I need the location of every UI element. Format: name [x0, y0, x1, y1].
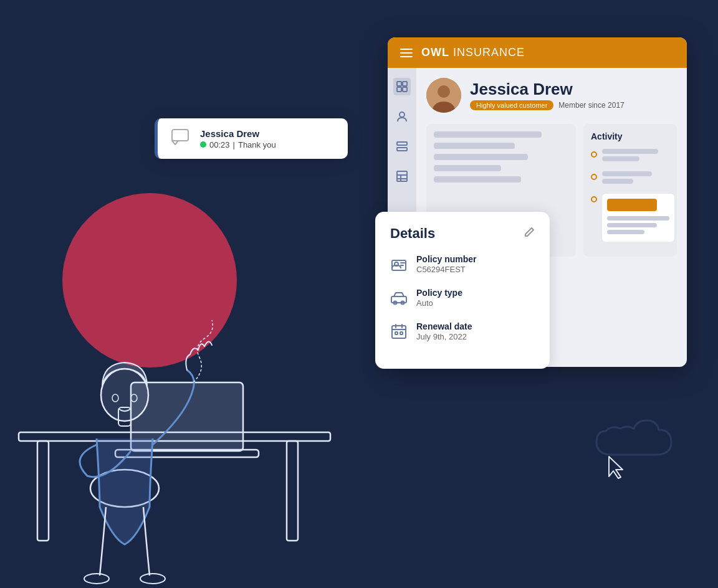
activity-line — [602, 156, 639, 161]
activity-line — [602, 149, 658, 154]
notification-name: Jessica Drew — [200, 128, 276, 139]
renewal-date-label: Renewal date — [416, 321, 472, 331]
notification-status: 00:23 | Thank you — [200, 140, 276, 149]
svg-rect-4 — [403, 87, 407, 92]
avatar-face — [426, 78, 461, 113]
svg-point-38 — [84, 574, 109, 584]
app-col-right: Activity — [583, 124, 677, 257]
details-row-policy-type: Policy type Auto — [390, 288, 535, 310]
svg-rect-8 — [397, 171, 407, 181]
renewal-date-content: Renewal date July 9th, 2022 — [416, 321, 472, 341]
svg-rect-29 — [37, 441, 49, 541]
app-title-normal: INSURANCE — [453, 46, 525, 59]
notification-message: Thank you — [238, 140, 276, 149]
activity-item-1 — [591, 149, 669, 164]
cloud-decoration — [568, 411, 681, 476]
activity-card-button — [607, 199, 657, 211]
app-header: OWL INSURANCE — [388, 37, 687, 68]
customer-info: Jessica Drew Highly valued customer Memb… — [470, 80, 625, 111]
svg-point-13 — [438, 85, 450, 98]
policy-type-value: Auto — [416, 298, 462, 308]
activity-lines-2 — [602, 171, 652, 186]
svg-rect-26 — [395, 332, 398, 334]
svg-rect-3 — [397, 87, 401, 92]
activity-circle-3 — [591, 196, 597, 202]
svg-rect-22 — [392, 326, 406, 338]
activity-card-line — [607, 230, 644, 234]
policy-type-label: Policy type — [416, 288, 462, 298]
member-since: Member since 2017 — [558, 101, 624, 110]
notification-content: Jessica Drew 00:23 | Thank you — [200, 128, 276, 149]
cursor-icon — [606, 455, 625, 482]
svg-rect-30 — [287, 441, 298, 541]
renewal-date-value: July 9th, 2022 — [416, 332, 472, 341]
svg-rect-1 — [397, 82, 401, 86]
app-title: OWL INSURANCE — [421, 46, 525, 59]
details-header: Details — [390, 225, 535, 242]
activity-card — [602, 194, 674, 242]
hamburger-menu[interactable] — [400, 49, 413, 57]
svg-rect-27 — [400, 332, 403, 334]
notification-card: Jessica Drew 00:23 | Thank you — [155, 118, 348, 159]
id-icon — [390, 255, 408, 277]
details-row-policy-number: Policy number C56294FEST — [390, 254, 535, 277]
policy-number-content: Policy number C56294FEST — [416, 254, 476, 274]
chat-icon — [170, 127, 190, 150]
svg-rect-2 — [403, 82, 407, 86]
details-row-renewal-date: Renewal date July 9th, 2022 — [390, 321, 535, 344]
activity-line — [602, 179, 633, 184]
app-title-bold: OWL — [421, 46, 449, 59]
policy-type-content: Policy type Auto — [416, 288, 462, 308]
edit-icon[interactable] — [524, 227, 535, 241]
sidebar-icon-table[interactable] — [393, 168, 411, 185]
activity-card-line — [607, 223, 657, 227]
notification-time: 00:23 — [209, 140, 230, 149]
activity-lines-1 — [602, 149, 658, 164]
activity-circle-2 — [591, 174, 597, 180]
notification-separator: | — [233, 140, 235, 149]
sidebar-icon-person[interactable] — [393, 108, 411, 125]
customer-profile: Jessica Drew Highly valued customer Memb… — [426, 78, 677, 113]
policy-number-value: C56294FEST — [416, 265, 476, 274]
activity-title: Activity — [591, 131, 669, 141]
sidebar-icon-grid[interactable] — [393, 78, 411, 95]
svg-rect-6 — [397, 142, 407, 145]
details-panel: Details Policy number C56294FEST — [375, 212, 550, 369]
svg-rect-7 — [397, 148, 407, 151]
svg-point-35 — [101, 369, 148, 421]
status-dot — [200, 141, 206, 148]
calendar-icon — [390, 323, 408, 344]
customer-avatar — [426, 78, 461, 113]
policy-number-label: Policy number — [416, 254, 476, 264]
activity-item-2 — [591, 171, 669, 186]
svg-point-5 — [400, 112, 404, 117]
activity-circle-1 — [591, 151, 597, 158]
activity-item-3 — [591, 194, 669, 242]
car-icon — [390, 289, 408, 310]
sidebar-icon-list[interactable] — [393, 138, 411, 155]
illustration — [0, 140, 349, 588]
svg-point-39 — [140, 574, 165, 584]
activity-card-line — [607, 216, 669, 220]
customer-meta: Highly valued customer Member since 2017 — [470, 100, 625, 110]
customer-name: Jessica Drew — [470, 80, 625, 98]
valued-customer-badge: Highly valued customer — [470, 100, 553, 110]
activity-line — [602, 171, 652, 176]
details-title: Details — [390, 225, 435, 242]
svg-rect-0 — [172, 130, 188, 141]
